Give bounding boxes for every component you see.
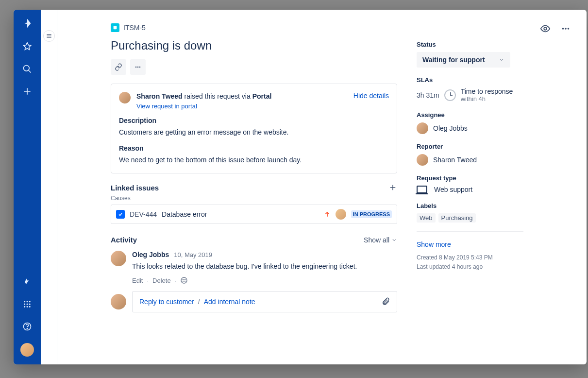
status-label: Status: [417, 41, 523, 48]
reporter-label: Reporter: [417, 143, 523, 150]
request-type-label: Request type: [417, 174, 523, 182]
comment-avatar: [111, 251, 126, 266]
show-more-link[interactable]: Show more: [417, 241, 523, 248]
linked-issue-type-icon: [116, 210, 125, 219]
attach-icon[interactable]: [381, 297, 390, 306]
request-details-panel: Sharon Tweed raised this request via Por…: [111, 84, 397, 173]
add-link-button[interactable]: [388, 183, 397, 192]
notifications-icon[interactable]: [21, 276, 33, 288]
comment-item: Oleg Jobbs 10, May 2019 This looks relat…: [111, 251, 397, 284]
label-chip: Purchasing: [438, 213, 476, 223]
svg-point-12: [29, 306, 31, 308]
copy-link-button[interactable]: [111, 59, 126, 75]
status-dropdown[interactable]: Waiting for support: [417, 52, 510, 68]
reason-value: We need to get to the bottom of this iss…: [119, 155, 389, 165]
reporter-avatar-side: [417, 154, 428, 166]
svg-point-23: [137, 67, 139, 68]
svg-point-0: [24, 66, 30, 71]
request-raised-line: Sharon Tweed raised this request via Por…: [136, 92, 271, 100]
issue-key[interactable]: ITSM-5: [123, 24, 146, 32]
svg-point-4: [24, 301, 25, 302]
linked-issues-heading: Linked issues: [111, 184, 159, 192]
sla-remaining: 3h 31m: [417, 91, 439, 99]
global-nav: [14, 10, 41, 364]
comment-input[interactable]: Reply to customer / Add internal note: [132, 291, 397, 312]
description-label: Description: [119, 117, 389, 124]
svg-point-6: [29, 301, 31, 302]
clock-icon: [444, 89, 456, 101]
description-value: Customers are getting an error message o…: [119, 127, 389, 137]
priority-icon: [324, 211, 331, 218]
details-sidebar: Status Waiting for support SLAs 3h 31m T…: [397, 23, 533, 364]
comment-body: This looks related to the database bug. …: [132, 261, 397, 272]
linked-issue-summary: Database error: [162, 210, 207, 218]
svg-point-7: [24, 304, 25, 305]
chevron-down-icon: [499, 57, 504, 63]
create-icon[interactable]: [21, 86, 33, 97]
svg-point-21: [568, 28, 570, 30]
activity-heading: Activity: [111, 236, 137, 244]
sla-goal: within 4h: [461, 95, 513, 103]
sidebar-collapse-area: [41, 10, 57, 364]
assignee-avatar: [417, 122, 428, 134]
add-internal-note-link[interactable]: Add internal note: [204, 298, 255, 306]
request-type-name: Web support: [434, 186, 472, 193]
star-icon[interactable]: [21, 41, 33, 52]
search-icon[interactable]: [21, 63, 33, 75]
profile-avatar[interactable]: [20, 343, 34, 357]
svg-point-8: [27, 304, 28, 305]
svg-point-20: [565, 28, 567, 30]
react-button[interactable]: [180, 276, 188, 284]
more-button[interactable]: [130, 59, 146, 75]
reporter-row[interactable]: Sharon Tweed: [417, 154, 523, 166]
assignee-row[interactable]: Oleg Jobbs: [417, 122, 523, 134]
sla-row: 3h 31m Time to response within 4h: [417, 87, 523, 103]
labels-row[interactable]: Web Purchasing: [417, 213, 523, 223]
svg-point-10: [24, 306, 25, 308]
sla-name: Time to response: [461, 87, 513, 95]
created-meta: Created 8 May 2019 5:43 PM: [417, 253, 523, 262]
apps-icon[interactable]: [21, 298, 33, 310]
linked-assignee-avatar: [336, 209, 346, 220]
svg-point-11: [27, 306, 28, 308]
laptop-icon: [417, 186, 427, 193]
assignee-label: Assignee: [417, 111, 523, 119]
svg-point-9: [29, 304, 31, 305]
svg-point-14: [27, 328, 27, 329]
breadcrumb: ITSM-5: [111, 23, 397, 32]
link-relation-label: Causes: [111, 195, 397, 202]
current-user-avatar: [111, 294, 126, 309]
linked-issue-key: DEV-444: [130, 210, 157, 218]
svg-line-1: [29, 70, 31, 73]
svg-point-24: [139, 67, 141, 68]
collapse-toggle-button[interactable]: [43, 30, 55, 42]
request-type-row[interactable]: Web support: [417, 186, 523, 193]
delete-comment-link[interactable]: Delete: [152, 277, 171, 284]
linked-issue-row[interactable]: DEV-444 Database error IN PROGRESS: [111, 205, 397, 224]
svg-point-30: [185, 279, 185, 280]
svg-point-22: [135, 67, 137, 68]
svg-point-29: [183, 279, 184, 280]
view-in-portal-link[interactable]: View request in portal: [136, 103, 348, 110]
watch-icon[interactable]: [540, 23, 551, 34]
edit-comment-link[interactable]: Edit: [132, 277, 143, 284]
hide-details-link[interactable]: Hide details: [353, 92, 389, 100]
comment-author: Oleg Jobbs: [132, 251, 169, 258]
reason-label: Reason: [119, 144, 389, 152]
more-actions-icon[interactable]: [560, 23, 571, 34]
jira-logo-icon[interactable]: [20, 17, 34, 30]
svg-point-19: [562, 28, 564, 30]
updated-meta: Last updated 4 hours ago: [417, 262, 523, 272]
svg-point-18: [544, 27, 547, 30]
svg-point-28: [181, 277, 187, 283]
reply-to-customer-link[interactable]: Reply to customer: [139, 298, 194, 306]
issue-title[interactable]: Purchasing is down: [111, 39, 397, 52]
comment-date: 10, May 2019: [174, 251, 212, 258]
issue-type-icon: [111, 23, 119, 32]
help-icon[interactable]: [21, 321, 33, 332]
label-chip: Web: [417, 213, 436, 223]
slas-label: SLAs: [417, 76, 523, 84]
show-all-dropdown[interactable]: Show all: [364, 236, 397, 244]
labels-label: Labels: [417, 202, 523, 209]
svg-point-5: [27, 301, 28, 302]
